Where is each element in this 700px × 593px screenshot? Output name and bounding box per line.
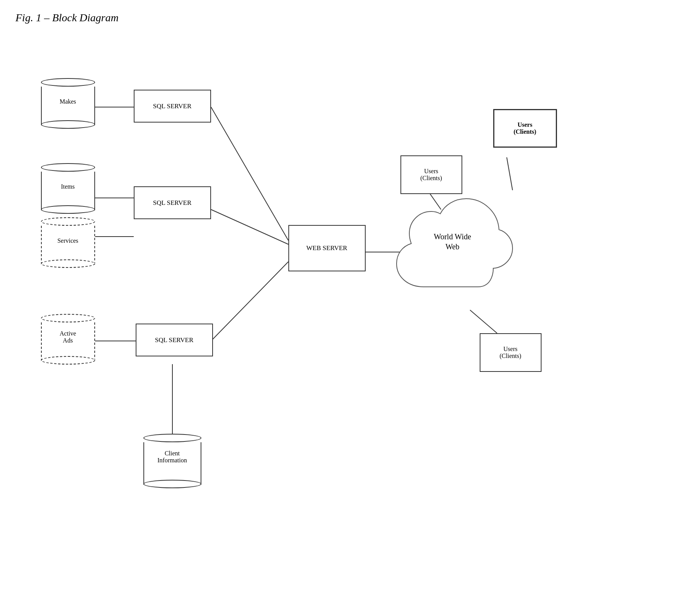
- svg-line-5: [211, 210, 288, 244]
- sql-server-1-box: SQL SERVER: [134, 90, 211, 123]
- users-clients-2-box: Users (Clients): [493, 109, 557, 148]
- client-info-cylinder: Client Information: [143, 434, 201, 485]
- users-clients-1-box: Users (Clients): [400, 155, 462, 194]
- makes-cylinder: Makes: [41, 78, 95, 125]
- web-server-box: WEB SERVER: [288, 225, 366, 271]
- diagram-container: Makes Items Services Active Ads Client I…: [22, 47, 679, 581]
- users-clients-3-box: Users (Clients): [480, 333, 542, 372]
- svg-line-6: [211, 262, 288, 341]
- diagram-title: Fig. 1 – Block Diagram: [15, 12, 685, 24]
- sql-server-3-box: SQL SERVER: [136, 324, 213, 356]
- active-ads-cylinder: Active Ads: [41, 314, 95, 361]
- sql-server-2-box: SQL SERVER: [134, 186, 211, 219]
- svg-line-4: [211, 107, 288, 240]
- connections-svg: [22, 47, 679, 581]
- services-cylinder: Services: [41, 217, 95, 264]
- items-cylinder: Items: [41, 163, 95, 210]
- world-wide-web-cloud: World Wide Web: [385, 182, 520, 314]
